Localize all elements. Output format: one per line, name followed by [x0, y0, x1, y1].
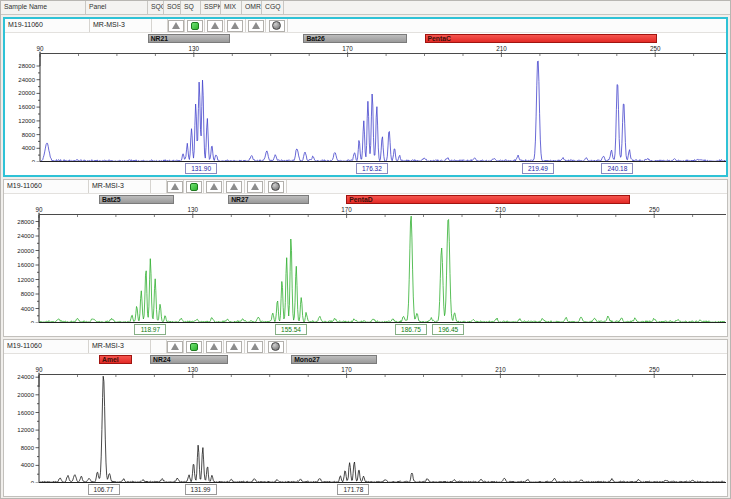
- flag-sqo-cell: [151, 180, 167, 193]
- sample-row[interactable]: M19-11060MR-MSI-3: [4, 180, 727, 194]
- triangle-icon[interactable]: [167, 181, 183, 193]
- marker-bar-nr24: NR24: [150, 355, 228, 364]
- triangle-glyph: [251, 343, 259, 350]
- column-header-cgq[interactable]: CGQ: [262, 1, 284, 14]
- triangle-icon[interactable]: [226, 181, 242, 193]
- triangle-icon[interactable]: [226, 341, 242, 353]
- svg-text:20000: 20000: [18, 90, 35, 96]
- marker-bar-row: Bat25NR27PentaD: [4, 194, 727, 206]
- svg-text:130: 130: [188, 366, 199, 373]
- triangle-icon[interactable]: [248, 20, 264, 32]
- svg-text:8000: 8000: [21, 445, 35, 451]
- sphere-icon[interactable]: [269, 20, 285, 32]
- svg-text:24000: 24000: [17, 374, 34, 380]
- panel-name-cell[interactable]: MR-MSI-3: [89, 180, 151, 193]
- svg-text:170: 170: [341, 366, 352, 373]
- column-header-sspk[interactable]: SSPK: [201, 1, 221, 14]
- flag-mix-cell[interactable]: [224, 180, 245, 193]
- flag-sos-cell[interactable]: [167, 180, 184, 193]
- flag-sspk-cell[interactable]: [204, 340, 224, 353]
- electropherogram-plot[interactable]: 9013017021025004000800012000160002000024…: [5, 45, 728, 162]
- marker-bar-row: NR21Bat26PentaC: [5, 33, 726, 45]
- flag-sq-cell[interactable]: [184, 180, 204, 193]
- flag-omr-cell[interactable]: [245, 180, 265, 193]
- flag-cgq-cell[interactable]: [266, 19, 288, 32]
- sample-name-cell[interactable]: M19-11060: [5, 19, 90, 32]
- svg-text:130: 130: [188, 206, 199, 213]
- svg-text:210: 210: [495, 206, 506, 213]
- svg-text:20000: 20000: [17, 392, 34, 398]
- flag-sspk-cell[interactable]: [205, 19, 225, 32]
- marker-bar-pentad: PentaD: [346, 195, 629, 204]
- svg-text:170: 170: [342, 45, 353, 52]
- sample-panel-3[interactable]: M19-11060MR-MSI-3AmelNR24Mono27901301702…: [3, 339, 728, 497]
- peak-size-label: 131.99: [185, 484, 217, 495]
- flag-omr-cell[interactable]: [245, 340, 265, 353]
- svg-text:24000: 24000: [17, 233, 34, 239]
- sample-panel-2[interactable]: M19-11060MR-MSI-3Bat25NR27PentaD90130170…: [3, 179, 728, 337]
- triangle-icon[interactable]: [207, 20, 223, 32]
- svg-text:250: 250: [649, 366, 660, 373]
- table-header: Sample NamePanelSQOSOSSQSSPKMIXOMRCGQ: [1, 1, 730, 15]
- flag-sqo-cell: [151, 340, 167, 353]
- triangle-icon[interactable]: [168, 20, 184, 32]
- triangle-icon[interactable]: [206, 181, 222, 193]
- svg-text:8000: 8000: [22, 132, 36, 138]
- sphere-glyph: [271, 182, 280, 191]
- flag-mix-cell[interactable]: [224, 340, 245, 353]
- peak-size-label: 131.90: [185, 163, 217, 174]
- flag-sspk-cell[interactable]: [204, 180, 224, 193]
- green-square-icon[interactable]: [186, 341, 202, 353]
- column-header-panel[interactable]: Panel: [86, 1, 148, 14]
- flag-omr-cell[interactable]: [246, 19, 266, 32]
- flag-sos-cell[interactable]: [168, 19, 185, 32]
- panel-name-cell[interactable]: MR-MSI-3: [89, 340, 151, 353]
- sample-name-cell[interactable]: M19-11060: [4, 340, 89, 353]
- sphere-icon[interactable]: [268, 181, 284, 193]
- svg-text:250: 250: [650, 45, 661, 52]
- sample-row[interactable]: M19-11060MR-MSI-3: [5, 19, 726, 33]
- sphere-icon[interactable]: [268, 341, 284, 353]
- green-square-glyph: [190, 343, 198, 351]
- electropherogram-plot[interactable]: 9013017021025004000800012000160002000024…: [4, 206, 727, 323]
- triangle-icon[interactable]: [247, 181, 263, 193]
- triangle-glyph: [230, 343, 238, 350]
- column-header-mix[interactable]: MIX: [221, 1, 242, 14]
- triangle-icon[interactable]: [227, 20, 243, 32]
- peak-size-label: 106.77: [88, 484, 120, 495]
- svg-text:90: 90: [36, 45, 44, 52]
- flag-sq-cell[interactable]: [185, 19, 205, 32]
- svg-text:12000: 12000: [17, 427, 34, 433]
- column-header-sq[interactable]: SQ: [181, 1, 201, 14]
- flag-cgq-cell[interactable]: [265, 180, 287, 193]
- flag-sos-cell[interactable]: [167, 340, 184, 353]
- triangle-glyph: [252, 22, 260, 29]
- peak-size-label: 186.75: [395, 324, 427, 335]
- svg-text:210: 210: [496, 45, 507, 52]
- electropherogram-plot[interactable]: 9013017021025004000800012000160002000024…: [4, 366, 727, 483]
- svg-text:130: 130: [189, 45, 200, 52]
- svg-text:16000: 16000: [17, 410, 34, 416]
- triangle-glyph: [230, 183, 238, 190]
- green-square-icon[interactable]: [187, 20, 203, 32]
- flag-mix-cell[interactable]: [225, 19, 246, 32]
- flag-cgq-cell[interactable]: [265, 340, 287, 353]
- column-header-sos[interactable]: SOS: [164, 1, 181, 14]
- marker-bar-mono27: Mono27: [291, 355, 376, 364]
- triangle-icon[interactable]: [247, 341, 263, 353]
- sample-name-cell[interactable]: M19-11060: [4, 180, 89, 193]
- triangle-icon[interactable]: [206, 341, 222, 353]
- column-header-omr[interactable]: OMR: [242, 1, 262, 14]
- peak-size-label: 118.97: [134, 324, 166, 335]
- svg-text:210: 210: [495, 366, 506, 373]
- triangle-icon[interactable]: [167, 341, 183, 353]
- sample-row[interactable]: M19-11060MR-MSI-3: [4, 340, 727, 354]
- column-header-sqo[interactable]: SQO: [148, 1, 164, 14]
- sample-panel-1[interactable]: M19-11060MR-MSI-3NR21Bat26PentaC90130170…: [3, 17, 728, 177]
- panel-name-cell[interactable]: MR-MSI-3: [90, 19, 152, 32]
- svg-text:20000: 20000: [17, 248, 34, 254]
- flag-sq-cell[interactable]: [184, 340, 204, 353]
- green-square-icon[interactable]: [186, 181, 202, 193]
- column-header-sample-name[interactable]: Sample Name: [1, 1, 86, 14]
- svg-text:4000: 4000: [21, 462, 35, 468]
